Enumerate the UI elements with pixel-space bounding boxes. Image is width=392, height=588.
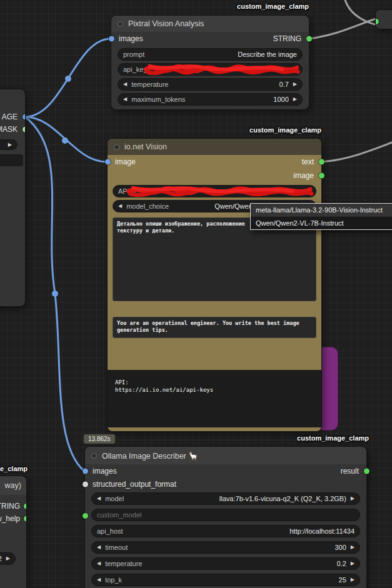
input-label-structured: structured_output_format <box>93 480 176 489</box>
redacted-value: io-v2-ey <box>129 186 311 197</box>
collapse-dot-icon[interactable] <box>91 453 97 459</box>
previous-arrow-icon[interactable]: ◀ <box>118 204 122 209</box>
widget-label: top_k <box>105 576 122 584</box>
node-header[interactable]: Ollama Image Describer 🦙 <box>85 447 366 464</box>
input-label-image: image <box>115 157 136 166</box>
red-scribble-redaction <box>143 63 301 76</box>
partial-node-left-bottom[interactable]: way) TRING w_help 2 ▶ <box>0 476 26 588</box>
partial-node-left-top[interactable]: AGE MASK ▶ <box>0 89 25 306</box>
partial-number-widget[interactable]: 2 ▶ <box>0 552 16 565</box>
node-label-left-bottom: e_clamp <box>0 465 34 472</box>
slot-row: structured_output_format <box>85 478 366 491</box>
widget-label: temperature <box>105 560 142 567</box>
image-output-dot[interactable] <box>23 114 26 120</box>
link-midpoint-dot[interactable] <box>65 76 71 82</box>
images-input-dot[interactable] <box>109 36 114 42</box>
model-widget[interactable]: ◀ model llava:7b-v1.6-vicuna-q2_K (Q2_K,… <box>91 492 360 505</box>
widget-value: 1000 <box>273 96 288 103</box>
widget-value: 2 <box>0 555 2 562</box>
widget-value: 0.2 <box>337 560 346 567</box>
model-choice-dropdown[interactable]: meta-llama/Llama-3.2-90B-Vision-Instruct… <box>250 203 392 230</box>
input-slot-dot[interactable] <box>376 19 379 24</box>
increment-arrow-icon[interactable]: ▶ <box>293 97 297 102</box>
custom-model-widget[interactable]: custom_model <box>91 509 360 521</box>
input-label-images: images <box>93 467 117 476</box>
output-label-result: result <box>341 467 359 476</box>
decrement-arrow-icon[interactable]: ◀ <box>97 577 101 582</box>
increment-arrow-icon[interactable]: ▶ <box>293 82 297 87</box>
node-header[interactable]: way) <box>0 476 26 495</box>
image-output-dot[interactable] <box>319 173 324 179</box>
structured-output-format-input-dot[interactable] <box>83 482 88 487</box>
dropdown-item[interactable]: Qwen/Qwen2-VL-7B-Instruct <box>251 216 392 229</box>
widget-label: custom_model <box>97 511 142 519</box>
increment-arrow-icon[interactable]: ▶ <box>6 556 10 561</box>
timeout-widget[interactable]: ◀ timeout 300 ▶ <box>91 541 360 554</box>
previous-arrow-icon[interactable]: ◀ <box>97 496 101 501</box>
widget-value: 300 <box>334 544 346 551</box>
node-ionet-vision[interactable]: io.net Vision image text image API io-v2… <box>108 139 321 431</box>
output-label-image: AGE <box>2 112 18 121</box>
decrement-arrow-icon[interactable]: ◀ <box>123 97 127 102</box>
decrement-arrow-icon[interactable]: ◀ <box>97 561 101 566</box>
prompt-textarea[interactable]: Детально опиши изображение, расположение… <box>113 217 316 301</box>
node-header[interactable]: Pixtral Vision Analysis <box>111 16 309 32</box>
widget-label: prompt <box>123 51 144 58</box>
maximum-tokens-widget[interactable]: ◀ maximum_tokens 1000 ▶ <box>118 93 303 106</box>
text-output-dot[interactable] <box>319 159 324 165</box>
decrement-arrow-icon[interactable]: ◀ <box>97 545 101 550</box>
collapse-dot-icon[interactable] <box>114 144 119 150</box>
partial-widget[interactable]: ▶ <box>0 139 18 150</box>
api-key-widget[interactable]: api_key <box>118 63 303 76</box>
image-input-dot[interactable] <box>105 159 111 165</box>
link-midpoint-dot[interactable] <box>62 137 68 144</box>
link-midpoint-dot[interactable] <box>52 291 58 297</box>
help-output-dot[interactable] <box>24 516 27 522</box>
temperature-widget[interactable]: ◀ temperature 0.2 ▶ <box>91 557 360 570</box>
widget-value: http://localhost:11434 <box>289 527 354 535</box>
images-input-dot[interactable] <box>83 469 88 474</box>
api-note-panel[interactable]: API: https://ai.io.net/ai/api-keys <box>108 370 321 427</box>
custom-model-input-dot[interactable] <box>83 513 88 519</box>
api-widget[interactable]: API io-v2-ey <box>113 185 316 197</box>
output-label-help: w_help <box>0 514 20 523</box>
api-host-widget[interactable]: api_host http://localhost:11434 <box>91 525 360 537</box>
node-graph-canvas[interactable]: custom_image_clamp custom_image_clamp cu… <box>0 0 392 588</box>
decrement-arrow-icon[interactable]: ◀ <box>123 82 127 87</box>
node-pixtral-vision-analysis[interactable]: Pixtral Vision Analysis images STRING pr… <box>111 16 309 109</box>
output-row-string: TRING <box>0 500 26 512</box>
partial-node-top-right[interactable] <box>376 10 392 29</box>
string-output-dot[interactable] <box>24 504 27 509</box>
red-scribble-redaction <box>126 185 314 197</box>
output-label-string: STRING <box>273 34 301 43</box>
increment-arrow-icon[interactable]: ▶ <box>351 545 354 550</box>
string-output-dot[interactable] <box>306 36 312 42</box>
output-row-mask: MASK <box>0 123 25 136</box>
widget-label: temperature <box>131 81 168 88</box>
system-prompt-textarea[interactable]: You are an operational engineer. You wri… <box>113 317 316 338</box>
slot-row: images result <box>85 464 366 478</box>
result-output-dot[interactable] <box>364 469 369 474</box>
collapse-dot-icon[interactable] <box>118 21 123 27</box>
node-title: io.net Vision <box>124 142 167 151</box>
slot-row: image text <box>108 155 321 169</box>
redacted-value <box>147 64 297 75</box>
prompt-widget[interactable]: prompt Describe the image <box>118 48 303 61</box>
mask-output-dot[interactable] <box>23 127 26 132</box>
node-title-fragment: way) <box>5 481 21 490</box>
output-row-help: w_help <box>0 512 26 525</box>
increment-arrow-icon[interactable]: ▶ <box>351 561 354 566</box>
top-k-widget[interactable]: ◀ top_k 25 ▶ <box>91 574 360 586</box>
widget-value: 25 <box>339 576 346 584</box>
node-title: Pixtral Vision Analysis <box>128 19 204 28</box>
output-label-string: TRING <box>0 502 20 511</box>
widget-value: llava:7b-v1.6-vicuna-q2_K (Q2_K, 3.2GB) <box>219 495 346 502</box>
temperature-widget[interactable]: ◀ temperature 0.7 ▶ <box>118 78 303 91</box>
increment-arrow-icon[interactable]: ▶ <box>8 142 12 147</box>
partial-text-widget[interactable] <box>0 154 23 166</box>
node-ollama-image-describer[interactable]: Ollama Image Describer 🦙 images result s… <box>85 447 366 588</box>
next-arrow-icon[interactable]: ▶ <box>351 496 354 501</box>
dropdown-item[interactable]: meta-llama/Llama-3.2-90B-Vision-Instruct <box>251 204 392 216</box>
node-header[interactable]: io.net Vision <box>108 139 321 155</box>
increment-arrow-icon[interactable]: ▶ <box>351 577 354 582</box>
